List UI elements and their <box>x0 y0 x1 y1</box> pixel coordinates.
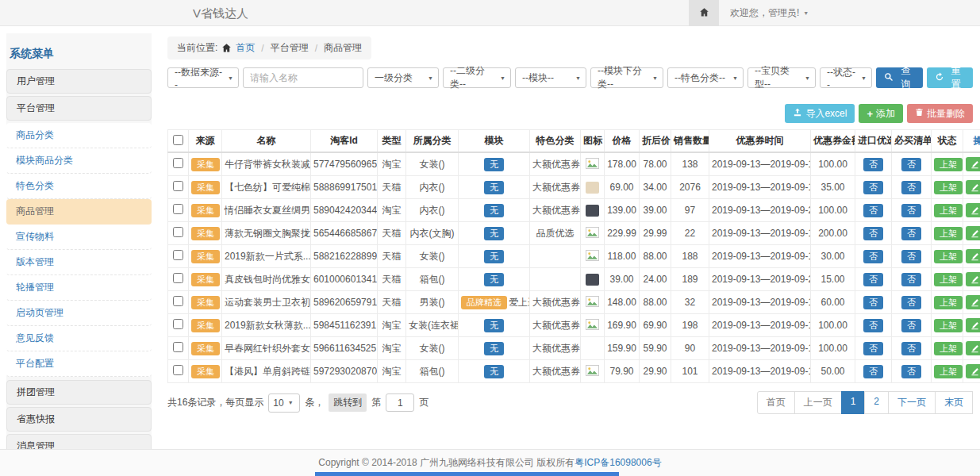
module-badge[interactable]: 品牌精选 <box>461 296 507 309</box>
edit-button[interactable] <box>966 226 980 240</box>
sidebar-section[interactable]: 省惠快报 <box>6 407 152 432</box>
module-badge[interactable]: 无 <box>484 158 504 171</box>
module-badge[interactable]: 无 <box>484 365 504 378</box>
sidebar-item[interactable]: 商品管理 <box>6 199 152 225</box>
must-buy-toggle[interactable]: 否 <box>901 181 921 194</box>
module-badge[interactable]: 无 <box>484 342 504 355</box>
row-checkbox[interactable] <box>173 204 183 214</box>
filter-select-module[interactable]: --模块--▼ <box>515 67 586 88</box>
filter-select-item-type[interactable]: --宝贝类型--▼ <box>747 67 816 88</box>
page-button[interactable]: 2 <box>864 391 889 414</box>
must-buy-toggle[interactable]: 否 <box>901 250 921 263</box>
filter-select-level2-category[interactable]: --二级分类--▼ <box>443 67 511 88</box>
page-number-input[interactable] <box>386 393 414 412</box>
import-excel-button[interactable]: 导入excel <box>785 104 855 123</box>
imported-toggle[interactable]: 否 <box>863 273 883 286</box>
must-buy-toggle[interactable]: 否 <box>901 158 921 171</box>
edit-button[interactable] <box>966 249 980 263</box>
imported-toggle[interactable]: 否 <box>863 250 883 263</box>
filter-select-data-source[interactable]: --数据来源--▼ <box>167 67 239 88</box>
edit-button[interactable] <box>966 272 980 286</box>
sidebar-section[interactable]: 用户管理 <box>6 69 152 94</box>
row-checkbox[interactable] <box>173 227 183 237</box>
imported-toggle[interactable]: 否 <box>863 319 883 332</box>
module-badge[interactable]: 无 <box>484 227 504 240</box>
page-button[interactable]: 下一页 <box>888 391 936 414</box>
row-checkbox[interactable] <box>173 342 183 352</box>
imported-toggle[interactable]: 否 <box>863 342 883 355</box>
must-buy-toggle[interactable]: 否 <box>901 319 921 332</box>
must-buy-toggle[interactable]: 否 <box>901 342 921 355</box>
row-checkbox[interactable] <box>173 273 183 283</box>
page-button[interactable]: 1 <box>841 391 866 414</box>
sidebar-item[interactable]: 版本管理 <box>6 250 152 275</box>
edit-button[interactable] <box>966 180 980 194</box>
must-buy-toggle[interactable]: 否 <box>901 296 921 309</box>
name-search-input[interactable] <box>243 67 363 88</box>
sidebar-item[interactable]: 平台配置 <box>6 351 152 377</box>
status-badge[interactable]: 上架 <box>934 227 963 240</box>
query-button[interactable]: 查询 <box>876 67 923 88</box>
sidebar-item[interactable]: 轮播管理 <box>6 275 152 301</box>
status-badge[interactable]: 上架 <box>934 273 963 286</box>
sidebar-item[interactable]: 模块商品分类 <box>6 148 152 174</box>
breadcrumb-home-link[interactable]: 首页 <box>236 41 255 55</box>
per-page-select[interactable]: 10 ▼ <box>268 393 300 413</box>
status-badge[interactable]: 上架 <box>934 365 963 378</box>
status-badge[interactable]: 上架 <box>934 342 963 355</box>
module-badge[interactable]: 无 <box>484 319 504 332</box>
edit-button[interactable] <box>966 203 980 217</box>
user-menu[interactable]: 欢迎您，管理员! ▼ <box>719 0 820 26</box>
sidebar-section[interactable]: 拼团管理 <box>6 380 152 405</box>
page-button[interactable]: 首页 <box>757 391 795 414</box>
module-badge[interactable]: 无 <box>484 181 504 194</box>
module-badge[interactable]: 无 <box>484 273 504 286</box>
page-button[interactable]: 上一页 <box>794 391 842 414</box>
status-badge[interactable]: 上架 <box>934 181 963 194</box>
module-badge[interactable]: 无 <box>484 250 504 263</box>
page-button[interactable]: 末页 <box>935 391 973 414</box>
must-buy-toggle[interactable]: 否 <box>901 227 921 240</box>
filter-select-level1-category[interactable]: 一级分类▼ <box>367 67 439 88</box>
sidebar-item[interactable]: 宣传物料 <box>6 225 152 250</box>
edit-button[interactable] <box>966 318 980 332</box>
add-button[interactable]: + 添加 <box>859 104 903 123</box>
row-checkbox[interactable] <box>173 250 183 260</box>
sidebar-item[interactable]: 意见反馈 <box>6 326 152 351</box>
status-badge[interactable]: 上架 <box>934 250 963 263</box>
row-checkbox[interactable] <box>173 296 183 306</box>
imported-toggle[interactable]: 否 <box>863 227 883 240</box>
jump-to-button[interactable]: 跳转到 <box>329 393 367 412</box>
edit-button[interactable] <box>966 341 980 355</box>
batch-delete-button[interactable]: 批量删除 <box>907 104 973 123</box>
edit-button[interactable] <box>966 295 980 309</box>
imported-toggle[interactable]: 否 <box>863 365 883 378</box>
icp-link[interactable]: 粤ICP备16098006号 <box>575 456 661 470</box>
edit-button[interactable] <box>966 157 980 171</box>
imported-toggle[interactable]: 否 <box>863 296 883 309</box>
reset-button[interactable]: 重置 <box>927 67 974 88</box>
imported-toggle[interactable]: 否 <box>863 158 883 171</box>
sidebar-section[interactable]: 平台管理 <box>6 96 152 121</box>
must-buy-toggle[interactable]: 否 <box>901 273 921 286</box>
imported-toggle[interactable]: 否 <box>863 181 883 194</box>
row-checkbox[interactable] <box>173 365 183 375</box>
status-badge[interactable]: 上架 <box>934 204 963 217</box>
sidebar-item[interactable]: 商品分类 <box>6 123 152 148</box>
filter-select-module-subcategory[interactable]: --模块下分类--▼ <box>590 67 663 88</box>
select-all-checkbox[interactable] <box>173 135 183 145</box>
row-checkbox[interactable] <box>173 319 183 329</box>
sidebar-item[interactable]: 启动页管理 <box>6 301 152 326</box>
edit-button[interactable] <box>966 364 980 378</box>
row-checkbox[interactable] <box>173 158 183 168</box>
imported-toggle[interactable]: 否 <box>863 204 883 217</box>
sidebar-item[interactable]: 特色分类 <box>6 174 152 199</box>
module-badge[interactable]: 无 <box>484 204 504 217</box>
status-badge[interactable]: 上架 <box>934 158 963 171</box>
filter-select-status[interactable]: --状态--▼ <box>820 67 872 88</box>
row-checkbox[interactable] <box>173 181 183 191</box>
must-buy-toggle[interactable]: 否 <box>901 204 921 217</box>
filter-select-feature-category[interactable]: --特色分类--▼ <box>667 67 744 88</box>
status-badge[interactable]: 上架 <box>934 319 963 332</box>
status-badge[interactable]: 上架 <box>934 296 963 309</box>
